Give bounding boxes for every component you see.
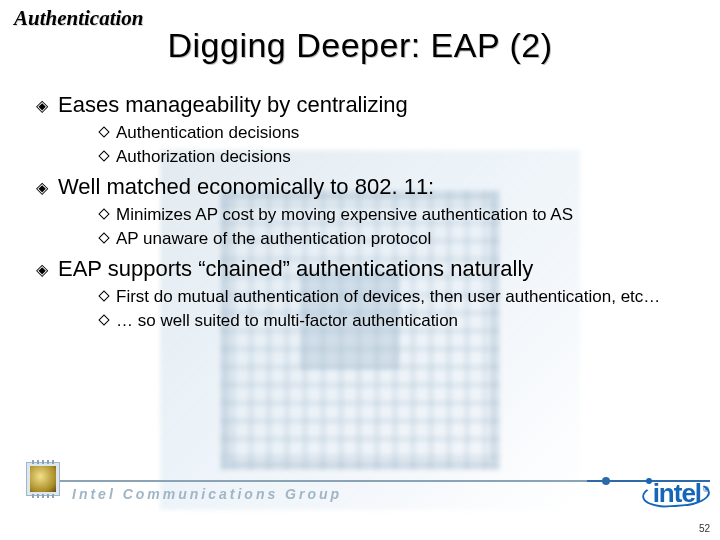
footer-divider — [26, 480, 710, 482]
sub-list-item-text: First do mutual authentication of device… — [116, 286, 660, 308]
chip-icon — [30, 466, 56, 492]
list-item: ◈ Well matched economically to 802. 11: — [36, 174, 684, 202]
slide-content: Authentication Digging Deeper: EAP (2) ◈… — [0, 0, 720, 540]
sub-list: Authentication decisions Authorization d… — [100, 122, 684, 168]
sub-list-item-text: Minimizes AP cost by moving expensive au… — [116, 204, 573, 226]
sub-list-item: AP unaware of the authentication protoco… — [100, 228, 684, 250]
slide-footer: Intel Communications Group intel® — [0, 474, 720, 518]
page-number: 52 — [699, 523, 710, 534]
list-item-text: EAP supports “chained” authentications n… — [58, 256, 533, 282]
bullet-open-diamond-icon — [98, 150, 109, 161]
sub-list-item-text: Authentication decisions — [116, 122, 299, 144]
list-item: ◈ EAP supports “chained” authentications… — [36, 256, 684, 284]
bullet-open-diamond-icon — [98, 126, 109, 137]
bullet-open-diamond-icon — [98, 209, 109, 220]
list-item-text: Eases manageability by centralizing — [58, 92, 408, 118]
sub-list-item-text: Authorization decisions — [116, 146, 291, 168]
footer-group-name: Intel Communications Group — [72, 486, 342, 502]
list-item-text: Well matched economically to 802. 11: — [58, 174, 434, 200]
bullet-filled-diamond-icon: ◈ — [36, 174, 48, 202]
sub-list-item: Minimizes AP cost by moving expensive au… — [100, 204, 684, 226]
intel-logo-text: intel — [653, 478, 701, 508]
intel-logo: intel® — [646, 478, 708, 509]
bullet-list: ◈ Eases manageability by centralizing Au… — [36, 86, 684, 339]
sub-list-item: … so well suited to multi-factor authent… — [100, 310, 684, 332]
bullet-open-diamond-icon — [98, 291, 109, 302]
bullet-filled-diamond-icon: ◈ — [36, 256, 48, 284]
sub-list-item-text: AP unaware of the authentication protoco… — [116, 228, 431, 250]
bullet-filled-diamond-icon: ◈ — [36, 92, 48, 120]
slide-title: Digging Deeper: EAP (2) — [0, 26, 720, 65]
sub-list: Minimizes AP cost by moving expensive au… — [100, 204, 684, 250]
sub-list: First do mutual authentication of device… — [100, 286, 684, 332]
sub-list-item: First do mutual authentication of device… — [100, 286, 684, 308]
sub-list-item-text: … so well suited to multi-factor authent… — [116, 310, 458, 332]
sub-list-item: Authentication decisions — [100, 122, 684, 144]
sub-list-item: Authorization decisions — [100, 146, 684, 168]
intel-dot-icon — [646, 478, 652, 484]
bullet-open-diamond-icon — [98, 315, 109, 326]
bullet-open-diamond-icon — [98, 233, 109, 244]
list-item: ◈ Eases manageability by centralizing — [36, 92, 684, 120]
registered-mark: ® — [703, 485, 708, 494]
